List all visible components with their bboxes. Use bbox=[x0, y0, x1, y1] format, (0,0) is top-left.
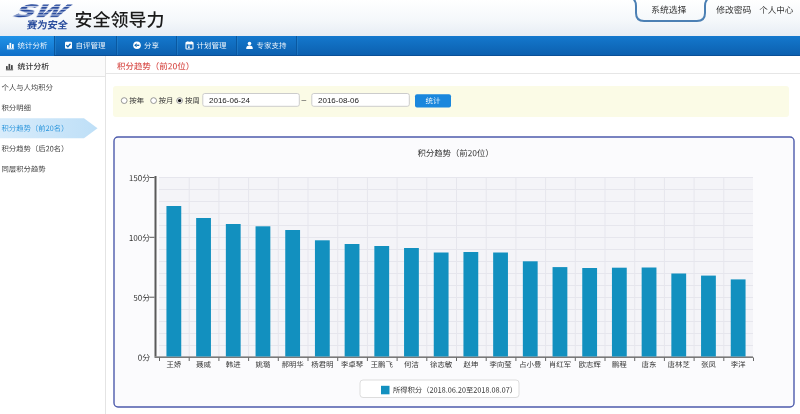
svg-text:2016-08-06: 2016-08-06 bbox=[318, 96, 359, 105]
svg-text:–: – bbox=[302, 95, 307, 105]
svg-text:2016-06-24: 2016-06-24 bbox=[209, 96, 250, 105]
